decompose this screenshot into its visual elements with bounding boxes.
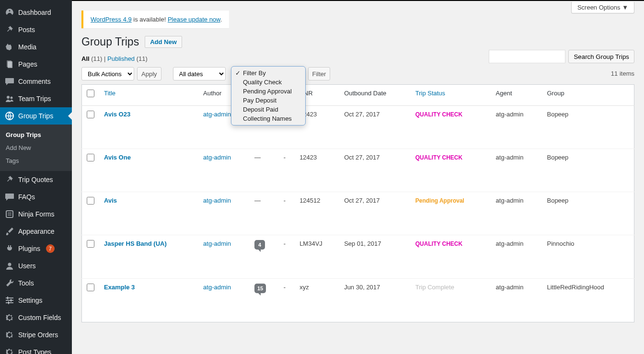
sidebar-item-appearance[interactable]: Appearance (0, 223, 72, 240)
table-row: Example 3atg-admin15-xyzJun 30, 2017Trip… (82, 279, 634, 322)
agent-cell: atg-admin (491, 192, 542, 235)
published-filter-link[interactable]: Published (107, 55, 135, 62)
outbound-cell: Jun 30, 2017 (339, 279, 411, 322)
search-button[interactable]: Search Group Trips (568, 50, 634, 63)
filter-button[interactable]: Filter (308, 67, 331, 80)
group-cell: Bopeep (542, 149, 634, 192)
col-group: Group (542, 85, 634, 106)
sidebar-sub-group-trips[interactable]: Group Trips (0, 128, 72, 141)
svg-point-8 (8, 263, 12, 266)
sidebar-item-label: Media (18, 43, 36, 51)
svg-rect-5 (6, 211, 13, 217)
trip-title-link[interactable]: Avis One (104, 154, 131, 161)
sidebar-item-users[interactable]: Users (0, 257, 72, 274)
bulk-actions-select[interactable]: Bulk Actions (81, 67, 134, 80)
filter-option-collecting-names[interactable]: Collecting Names (231, 114, 305, 123)
row-checkbox[interactable] (87, 240, 94, 248)
filter-option-pay-deposit[interactable]: Pay Deposit (231, 96, 305, 105)
update-now-link[interactable]: Please update now (168, 16, 220, 23)
filter-option-filter-by[interactable]: Filter By (231, 69, 305, 78)
sidebar-item-media[interactable]: Media (0, 38, 72, 56)
row-checkbox[interactable] (87, 197, 94, 205)
outbound-cell: Oct 27, 2017 (339, 149, 411, 192)
agent-cell: atg-admin (491, 106, 542, 149)
status-badge: QUALITY CHECK (415, 154, 462, 161)
form-icon (5, 209, 14, 219)
filter-option-deposit-paid[interactable]: Deposit Paid (231, 105, 305, 114)
col-title[interactable]: Title (99, 85, 198, 106)
sidebar-item-pages[interactable]: Pages (0, 56, 72, 73)
sidebar-item-faqs[interactable]: FAQs (0, 188, 72, 206)
sidebar-item-trip-quotes[interactable]: Trip Quotes (0, 171, 72, 188)
extra-cell: - (279, 279, 295, 322)
sidebar-item-label: FAQs (18, 193, 35, 201)
filter-option-pending-approval[interactable]: Pending Approval (231, 87, 305, 96)
sidebar-item-comments[interactable]: Comments (0, 73, 72, 90)
sidebar-item-posts[interactable]: Posts (0, 21, 72, 38)
update-notice: WordPress 4.9 is available! Please updat… (81, 11, 229, 28)
trip-title-link[interactable]: Avis O23 (104, 111, 130, 118)
page-title: Group Trips Add New (81, 35, 634, 48)
trip-title-link[interactable]: Avis (104, 197, 117, 204)
wp-version-link[interactable]: WordPress 4.9 (91, 16, 132, 23)
pnr-cell: 12423 (295, 149, 339, 192)
add-new-button[interactable]: Add New (145, 36, 182, 48)
col-agent: Agent (491, 85, 542, 106)
row-checkbox[interactable] (87, 111, 94, 118)
sidebar-item-ninja-forms[interactable]: Ninja Forms (0, 206, 72, 223)
svg-rect-9 (6, 297, 13, 298)
sidebar-item-tools[interactable]: Tools (0, 274, 72, 292)
table-row: Avisatg-admin—-124512Oct 27, 2017Pending… (82, 192, 634, 235)
comment-count-bubble[interactable]: 15 (254, 284, 266, 293)
sidebar-sub-tags[interactable]: Tags (0, 154, 72, 167)
sidebar-item-team-trips[interactable]: Team Trips (0, 90, 72, 107)
sidebar-sub-add-new[interactable]: Add New (0, 141, 72, 154)
author-link[interactable]: atg-admin (203, 284, 231, 291)
sidebar-item-group-trips[interactable]: Group Trips (0, 107, 72, 125)
dashboard-icon (5, 8, 14, 17)
sidebar-item-label: Users (18, 262, 36, 270)
svg-rect-13 (11, 299, 12, 302)
sliders-icon (5, 296, 14, 305)
sidebar-item-post-types[interactable]: Post Types (0, 343, 72, 354)
screen-options-toggle[interactable]: Screen Options ▼ (571, 2, 634, 13)
comment-icon (5, 77, 14, 86)
sidebar-item-settings[interactable]: Settings (0, 292, 72, 309)
filter-by-dropdown[interactable]: Filter ByQuality CheckPending ApprovalPa… (231, 66, 306, 126)
pnr-cell: 124512 (295, 192, 339, 235)
table-row: Avis Oneatg-admin—-12423Oct 27, 2017QUAL… (82, 149, 634, 192)
sidebar-item-stripe-orders[interactable]: Stripe Orders (0, 326, 72, 343)
sidebar-submenu: Group TripsAdd NewTags (0, 125, 72, 171)
author-link[interactable]: atg-admin (203, 154, 231, 161)
group-cell: Pinnochio (542, 235, 634, 279)
search-input[interactable] (489, 50, 565, 63)
sidebar-item-label: Pages (18, 60, 37, 68)
row-checkbox[interactable] (87, 154, 94, 161)
sidebar-item-plugins[interactable]: Plugins7 (0, 240, 72, 257)
col-status[interactable]: Trip Status (411, 85, 491, 106)
sidebar-item-custom-fields[interactable]: Custom Fields (0, 309, 72, 326)
author-link[interactable]: atg-admin (203, 197, 231, 204)
comment-count-bubble[interactable]: 4 (254, 240, 265, 250)
comment-icon (5, 192, 14, 202)
author-link[interactable]: atg-admin (203, 240, 231, 247)
group-cell: LittleRedRidingHood (542, 279, 634, 322)
svg-point-3 (11, 97, 13, 99)
extra-cell: - (279, 235, 295, 279)
sidebar-item-dashboard[interactable]: Dashboard (0, 4, 72, 21)
search-box: Search Group Trips (489, 50, 634, 63)
sidebar-item-label: Ninja Forms (18, 210, 54, 218)
row-checkbox[interactable] (87, 284, 94, 291)
sidebar-item-label: Stripe Orders (18, 331, 58, 339)
filter-option-quality-check[interactable]: Quality Check (231, 78, 305, 87)
date-filter-select[interactable]: All dates (173, 67, 226, 80)
apply-button[interactable]: Apply (137, 67, 161, 80)
select-all-checkbox[interactable] (87, 90, 94, 97)
table-row: Jasper HS Band (UA)atg-admin4-LM34VJSep … (82, 235, 634, 279)
author-link[interactable]: atg-admin (203, 111, 231, 118)
status-badge: QUALITY CHECK (415, 111, 462, 118)
trip-title-link[interactable]: Jasper HS Band (UA) (104, 240, 167, 247)
globe-icon (5, 111, 14, 121)
sidebar-item-label: Settings (18, 297, 43, 304)
trip-title-link[interactable]: Example 3 (104, 284, 135, 291)
